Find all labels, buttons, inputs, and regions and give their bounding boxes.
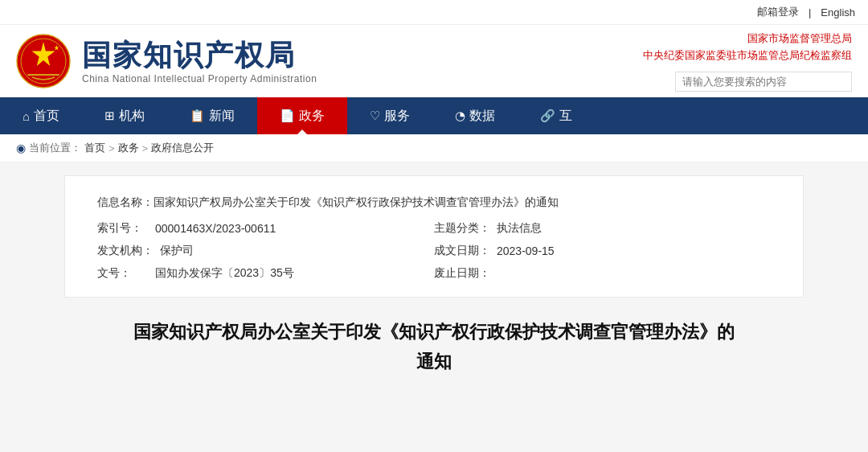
breadcrumb-sep-1: > bbox=[108, 142, 115, 154]
nav-item-gov[interactable]: 📄 政务 bbox=[257, 97, 347, 134]
breadcrumb-current[interactable]: 政府信息公开 bbox=[151, 141, 214, 155]
doc-date-label: 成文日期： bbox=[434, 244, 490, 258]
doc-org-label: 发文机构： bbox=[97, 244, 154, 258]
nav-item-org[interactable]: ⊞ 机构 bbox=[82, 97, 167, 134]
login-link[interactable]: 邮箱登录 bbox=[757, 5, 799, 19]
top-bar-links: 邮箱登录 | English bbox=[757, 5, 855, 19]
nav-label-home: 首页 bbox=[34, 108, 59, 125]
breadcrumb-sep-2: > bbox=[142, 142, 149, 154]
doc-date-value: 2023-09-15 bbox=[497, 244, 555, 257]
org-icon: ⊞ bbox=[104, 109, 115, 123]
doc-title-label: 信息名称： bbox=[97, 195, 154, 210]
doc-main-title: 国家知识产权局办公室关于印发《知识产权行政保护技术调查官管理办法》的 通知 bbox=[64, 317, 804, 377]
news-icon: 📋 bbox=[190, 109, 205, 123]
doc-expire-item: 废止日期： bbox=[434, 266, 771, 281]
nav-item-news[interactable]: 📋 新闻 bbox=[167, 97, 257, 134]
doc-theme-label: 主题分类： bbox=[434, 221, 490, 236]
data-icon: ◔ bbox=[455, 109, 465, 123]
header-right: 国家市场监督管理总局 中央纪委国家监委驻市场监管总局纪检监察组 bbox=[643, 31, 852, 92]
breadcrumb: ◉ 当前位置： 首页 > 政务 > 政府信息公开 bbox=[0, 134, 868, 162]
breadcrumb-home[interactable]: 首页 bbox=[84, 141, 105, 155]
nav-label-gov: 政务 bbox=[299, 108, 325, 125]
gov-icon: 📄 bbox=[280, 109, 295, 123]
doc-expire-label: 废止日期： bbox=[434, 266, 490, 281]
doc-org-value: 保护司 bbox=[160, 244, 194, 258]
doc-theme-value: 执法信息 bbox=[497, 221, 542, 236]
top-bar: 邮箱登录 | English bbox=[0, 0, 868, 25]
nav-item-data[interactable]: ◔ 数据 bbox=[432, 97, 518, 134]
svg-rect-4 bbox=[27, 74, 59, 76]
doc-num-value: 国知办发保字〔2023〕35号 bbox=[155, 266, 294, 281]
nav-label-news: 新闻 bbox=[209, 108, 235, 125]
doc-num-item: 文号： 国知办发保字〔2023〕35号 bbox=[97, 266, 434, 281]
search-input[interactable] bbox=[682, 76, 845, 88]
doc-index-item: 索引号： 00001463X/2023-00611 bbox=[97, 221, 434, 236]
nav-label-org: 机构 bbox=[119, 108, 145, 125]
interact-icon: 🔗 bbox=[540, 109, 555, 123]
doc-info-card: 信息名称： 国家知识产权局办公室关于印发《知识产权行政保护技术调查官管理办法》的… bbox=[64, 175, 804, 298]
doc-index-label: 索引号： bbox=[97, 221, 149, 236]
main-title-heading: 国家知识产权局办公室关于印发《知识产权行政保护技术调查官管理办法》的 通知 bbox=[96, 317, 772, 377]
nav-item-interact[interactable]: 🔗 互 bbox=[518, 97, 595, 134]
location-icon: ◉ bbox=[16, 142, 26, 154]
doc-org-item: 发文机构： 保护司 bbox=[97, 244, 434, 258]
doc-num-label: 文号： bbox=[97, 266, 149, 281]
doc-title-row: 信息名称： 国家知识产权局办公室关于印发《知识产权行政保护技术调查官管理办法》的… bbox=[97, 195, 771, 210]
nav-label-service: 服务 bbox=[384, 108, 410, 125]
nav-label-data: 数据 bbox=[469, 108, 495, 125]
logo-area: 国家知识产权局 China National Intellectual Prop… bbox=[16, 34, 317, 88]
nav-item-home[interactable]: ⌂ 首页 bbox=[0, 97, 82, 134]
doc-theme-item: 主题分类： 执法信息 bbox=[434, 221, 771, 236]
emblem-icon bbox=[16, 34, 71, 88]
breadcrumb-prefix: 当前位置： bbox=[29, 141, 81, 155]
logo-text: 国家知识产权局 China National Intellectual Prop… bbox=[82, 38, 317, 84]
logo-en-text: China National Intellectual Property Adm… bbox=[82, 73, 317, 84]
lang-link[interactable]: English bbox=[821, 6, 855, 18]
main-title-line2: 通知 bbox=[416, 351, 452, 372]
header: 国家知识产权局 China National Intellectual Prop… bbox=[0, 25, 868, 97]
doc-title-value: 国家知识产权局办公室关于印发《知识产权行政保护技术调查官管理办法》的通知 bbox=[154, 195, 771, 210]
main-title-line1: 国家知识产权局办公室关于印发《知识产权行政保护技术调查官管理办法》的 bbox=[133, 322, 735, 342]
header-links: 国家市场监督管理总局 中央纪委国家监委驻市场监管总局纪检监察组 bbox=[643, 31, 852, 64]
logo-cn-text: 国家知识产权局 bbox=[82, 38, 317, 72]
top-bar-divider: | bbox=[809, 6, 811, 18]
home-icon: ⌂ bbox=[23, 109, 30, 123]
nav-bar: ⌂ 首页 ⊞ 机构 📋 新闻 📄 政务 ♡ 服务 ◔ 数据 🔗 互 bbox=[0, 97, 868, 134]
doc-index-value: 00001463X/2023-00611 bbox=[155, 222, 276, 235]
service-icon: ♡ bbox=[370, 109, 380, 123]
content-wrapper: 信息名称： 国家知识产权局办公室关于印发《知识产权行政保护技术调查官管理办法》的… bbox=[0, 175, 868, 401]
breadcrumb-gov[interactable]: 政务 bbox=[118, 141, 139, 155]
doc-date-item: 成文日期： 2023-09-15 bbox=[434, 244, 771, 258]
search-box[interactable] bbox=[675, 72, 852, 92]
nav-label-interact: 互 bbox=[559, 108, 572, 125]
header-link-1[interactable]: 国家市场监督管理总局 bbox=[747, 31, 852, 47]
doc-meta-grid: 索引号： 00001463X/2023-00611 主题分类： 执法信息 发文机… bbox=[97, 221, 771, 281]
header-link-2[interactable]: 中央纪委国家监委驻市场监管总局纪检监察组 bbox=[643, 47, 852, 64]
nav-item-service[interactable]: ♡ 服务 bbox=[347, 97, 432, 134]
